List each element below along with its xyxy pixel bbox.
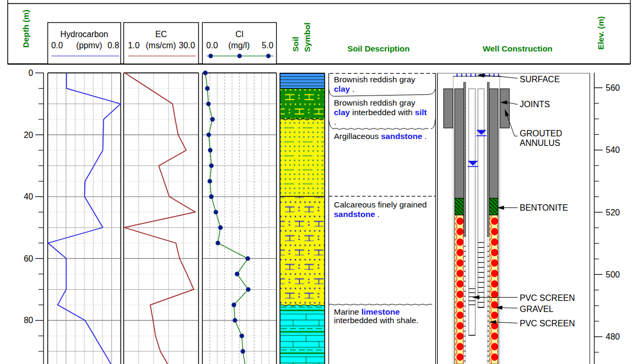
svg-text:Brownish reddish gray: Brownish reddish gray <box>334 98 416 107</box>
svg-text:JOINTS: JOINTS <box>520 100 550 109</box>
svg-text:520: 520 <box>606 208 620 217</box>
svg-text:5.0: 5.0 <box>262 41 273 50</box>
svg-text:PVC SCREEN: PVC SCREEN <box>520 293 575 302</box>
svg-text:Soil: Soil <box>291 37 300 51</box>
svg-text:Argillaceous sandstone .: Argillaceous sandstone . <box>334 132 427 141</box>
svg-text:SURFACE: SURFACE <box>520 75 560 84</box>
svg-text:60: 60 <box>24 254 33 263</box>
svg-text:(ppmv): (ppmv) <box>76 41 102 50</box>
svg-text:(ms/cm): (ms/cm) <box>145 41 176 50</box>
svg-text:0.0: 0.0 <box>206 41 218 50</box>
svg-text:(mg/l): (mg/l) <box>228 41 249 50</box>
svg-text:BENTONITE: BENTONITE <box>520 203 568 212</box>
svg-text:0: 0 <box>29 68 33 77</box>
svg-text:560: 560 <box>606 83 620 92</box>
svg-text:Brownish reddish gray: Brownish reddish gray <box>334 75 416 84</box>
svg-text:Hydrocarbon: Hydrocarbon <box>60 30 108 39</box>
svg-text:Soil Description: Soil Description <box>347 44 409 53</box>
svg-text:Well Construction: Well Construction <box>483 44 552 53</box>
svg-text:interbedded with shale.: interbedded with shale. <box>334 316 418 325</box>
svg-text:480: 480 <box>606 332 620 341</box>
svg-text:sandstone .: sandstone . <box>334 210 380 219</box>
svg-text:Elev. (m): Elev. (m) <box>596 16 605 49</box>
svg-text:clay .: clay . <box>334 84 355 93</box>
svg-text:80: 80 <box>24 316 33 325</box>
svg-text:0.0: 0.0 <box>51 41 63 50</box>
svg-text:0.8: 0.8 <box>108 41 119 50</box>
svg-text:ANNULUS: ANNULUS <box>520 138 560 148</box>
svg-text:Cl: Cl <box>236 30 244 39</box>
svg-text:20: 20 <box>24 131 33 140</box>
svg-text:EC: EC <box>156 30 167 39</box>
svg-text:clay interbedded with silt: clay interbedded with silt <box>334 108 427 117</box>
svg-text:PVC SCREEN: PVC SCREEN <box>520 319 575 328</box>
svg-text:GROUTED: GROUTED <box>520 129 562 138</box>
svg-text:Depth (m): Depth (m) <box>21 10 30 48</box>
svg-text:1.0: 1.0 <box>128 41 140 50</box>
svg-text:Calcareous finely grained: Calcareous finely grained <box>334 200 427 209</box>
svg-text:Symbol: Symbol <box>303 22 312 52</box>
svg-text:.: . <box>334 117 336 126</box>
svg-text:Marine limestone: Marine limestone <box>334 307 400 316</box>
svg-text:40: 40 <box>24 192 33 201</box>
svg-text:540: 540 <box>606 145 620 154</box>
svg-text:500: 500 <box>606 270 620 279</box>
svg-text:GRAVEL: GRAVEL <box>520 305 554 314</box>
svg-text:30.0: 30.0 <box>179 41 195 50</box>
